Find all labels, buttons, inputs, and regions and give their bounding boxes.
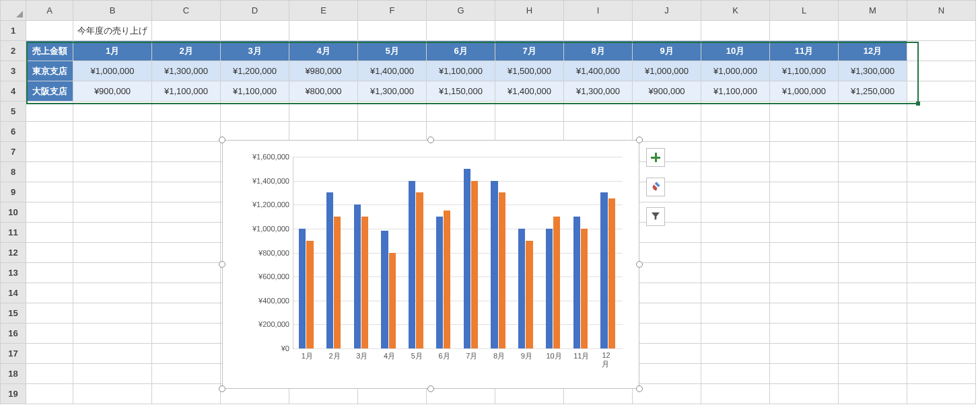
cell-B19[interactable] [73, 384, 152, 404]
cell-J1[interactable] [633, 21, 701, 41]
cell-M9[interactable] [839, 182, 907, 202]
bar-大阪支店-12月[interactable] [608, 198, 615, 348]
cell-C17[interactable] [152, 344, 221, 364]
cell-B9[interactable] [73, 182, 152, 202]
row-header-14[interactable]: 14 [1, 283, 26, 303]
cell-A4[interactable]: 大阪支店 [26, 81, 73, 102]
row-header-8[interactable]: 8 [1, 162, 26, 182]
cell-N18[interactable] [907, 364, 976, 384]
cell-B17[interactable] [73, 344, 152, 364]
bar-東京支店-7月[interactable] [464, 169, 470, 348]
cell-G5[interactable] [427, 102, 495, 122]
cell-G4[interactable]: ¥1,150,000 [427, 81, 495, 102]
cell-A7[interactable] [26, 142, 73, 162]
cell-B8[interactable] [73, 162, 152, 182]
cell-C6[interactable] [152, 122, 221, 142]
cell-N13[interactable] [907, 263, 976, 283]
cell-C12[interactable] [152, 243, 221, 263]
bar-大阪支店-6月[interactable] [444, 211, 450, 348]
cell-L2[interactable]: 11月 [770, 41, 839, 61]
resize-handle-w[interactable] [219, 261, 225, 268]
cell-E5[interactable] [289, 102, 358, 122]
chart-styles-button[interactable] [646, 178, 665, 196]
row-header-19[interactable]: 19 [1, 384, 26, 404]
cell-F2[interactable]: 5月 [358, 41, 427, 61]
cell-H4[interactable]: ¥1,400,000 [495, 81, 564, 102]
cell-L12[interactable] [770, 243, 839, 263]
cell-M15[interactable] [839, 303, 907, 324]
cell-H1[interactable] [495, 21, 564, 41]
row-header-5[interactable]: 5 [1, 102, 26, 122]
cell-B7[interactable] [73, 142, 152, 162]
cell-A18[interactable] [26, 364, 73, 384]
cell-I4[interactable]: ¥1,300,000 [564, 81, 633, 102]
cell-K3[interactable]: ¥1,000,000 [701, 61, 770, 81]
cell-A3[interactable]: 東京支店 [26, 61, 73, 81]
cell-L6[interactable] [770, 122, 839, 142]
cell-N5[interactable] [907, 102, 976, 122]
col-header-K[interactable]: K [701, 1, 770, 21]
cell-B13[interactable] [73, 263, 152, 283]
cell-F4[interactable]: ¥1,300,000 [358, 81, 427, 102]
bar-大阪支店-1月[interactable] [306, 241, 313, 348]
cell-E3[interactable]: ¥980,000 [289, 61, 358, 81]
col-header-M[interactable]: M [839, 1, 907, 21]
col-header-E[interactable]: E [289, 1, 358, 21]
bar-東京支店-4月[interactable] [381, 231, 388, 348]
cell-C4[interactable]: ¥1,100,000 [152, 81, 221, 102]
row-header-15[interactable]: 15 [1, 303, 26, 324]
cell-K8[interactable] [701, 162, 770, 182]
bar-東京支店-10月[interactable] [546, 229, 553, 348]
col-header-C[interactable]: C [152, 1, 221, 21]
cell-N19[interactable] [907, 384, 976, 404]
cell-M10[interactable] [839, 202, 907, 223]
cell-K15[interactable] [701, 303, 770, 324]
cell-K2[interactable]: 10月 [701, 41, 770, 61]
cell-L11[interactable] [770, 223, 839, 243]
bar-大阪支店-5月[interactable] [416, 192, 423, 348]
cell-D5[interactable] [221, 102, 289, 122]
cell-M7[interactable] [839, 142, 907, 162]
cell-K17[interactable] [701, 344, 770, 364]
cell-I2[interactable]: 8月 [564, 41, 633, 61]
resize-handle-s[interactable] [427, 385, 434, 392]
row-header-10[interactable]: 10 [1, 202, 26, 223]
chart-filter-button[interactable] [646, 207, 665, 226]
bar-東京支店-12月[interactable] [600, 192, 607, 348]
resize-handle-sw[interactable] [219, 385, 225, 392]
row-header-1[interactable]: 1 [1, 21, 26, 41]
cell-N9[interactable] [907, 182, 976, 202]
cell-N11[interactable] [907, 223, 976, 243]
cell-K1[interactable] [701, 21, 770, 41]
row-header-2[interactable]: 2 [1, 41, 26, 61]
cell-M16[interactable] [839, 324, 907, 344]
cell-C18[interactable] [152, 364, 221, 384]
bar-大阪支店-4月[interactable] [389, 253, 396, 349]
cell-F1[interactable] [358, 21, 427, 41]
cell-J7[interactable] [633, 142, 701, 162]
cell-J13[interactable] [633, 263, 701, 283]
row-header-9[interactable]: 9 [1, 182, 26, 202]
cell-N16[interactable] [907, 324, 976, 344]
cell-J15[interactable] [633, 303, 701, 324]
cell-B15[interactable] [73, 303, 152, 324]
cell-G3[interactable]: ¥1,100,000 [427, 61, 495, 81]
cell-L9[interactable] [770, 182, 839, 202]
cell-J3[interactable]: ¥1,000,000 [633, 61, 701, 81]
row-header-4[interactable]: 4 [1, 81, 26, 102]
cell-B18[interactable] [73, 364, 152, 384]
cell-M14[interactable] [839, 283, 907, 303]
cell-F5[interactable] [358, 102, 427, 122]
cell-A9[interactable] [26, 182, 73, 202]
cell-I1[interactable] [564, 21, 633, 41]
cell-N15[interactable] [907, 303, 976, 324]
cell-K4[interactable]: ¥1,100,000 [701, 81, 770, 102]
bar-大阪支店-9月[interactable] [526, 241, 532, 348]
cell-J12[interactable] [633, 243, 701, 263]
row-header-11[interactable]: 11 [1, 223, 26, 243]
bar-大阪支店-7月[interactable] [471, 181, 478, 348]
cell-D3[interactable]: ¥1,200,000 [221, 61, 289, 81]
cell-L7[interactable] [770, 142, 839, 162]
bar-大阪支店-2月[interactable] [334, 217, 341, 348]
cell-A6[interactable] [26, 122, 73, 142]
